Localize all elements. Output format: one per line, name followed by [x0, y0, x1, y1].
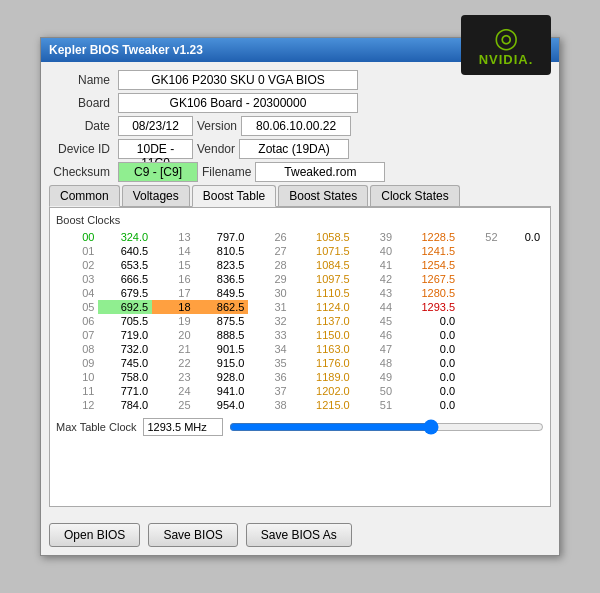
clock-cell[interactable]	[459, 258, 501, 272]
clock-cell[interactable]: 17	[152, 286, 194, 300]
clock-cell[interactable]: 732.0	[98, 342, 152, 356]
clock-cell[interactable]: 875.5	[195, 314, 249, 328]
clock-cell[interactable]: 692.5	[98, 300, 152, 314]
save-bios-button[interactable]: Save BIOS	[148, 523, 237, 547]
clock-cell[interactable]	[459, 328, 501, 342]
clock-cell[interactable]: 849.5	[195, 286, 249, 300]
clock-cell[interactable]	[459, 314, 501, 328]
clock-cell[interactable]	[459, 272, 501, 286]
clock-cell[interactable]	[502, 286, 544, 300]
clock-cell[interactable]: 1280.5	[396, 286, 459, 300]
clock-cell[interactable]: 08	[56, 342, 98, 356]
clock-cell[interactable]: 00	[56, 230, 98, 244]
clock-cell[interactable]: 771.0	[98, 384, 152, 398]
clock-cell[interactable]: 0.0	[396, 342, 459, 356]
clock-cell[interactable]: 719.0	[98, 328, 152, 342]
clock-cell[interactable]: 27	[248, 244, 290, 258]
clock-cell[interactable]: 0.0	[396, 370, 459, 384]
clock-cell[interactable]: 1137.0	[291, 314, 354, 328]
clock-cell[interactable]	[459, 342, 501, 356]
clock-cell[interactable]: 26	[248, 230, 290, 244]
clock-cell[interactable]	[459, 244, 501, 258]
clock-cell[interactable]: 52	[459, 230, 501, 244]
clock-cell[interactable]: 31	[248, 300, 290, 314]
clock-cell[interactable]: 42	[354, 272, 396, 286]
clock-cell[interactable]: 21	[152, 342, 194, 356]
clock-cell[interactable]: 07	[56, 328, 98, 342]
clock-cell[interactable]: 1097.5	[291, 272, 354, 286]
clock-cell[interactable]: 862.5	[195, 300, 249, 314]
clock-cell[interactable]: 823.5	[195, 258, 249, 272]
clock-cell[interactable]	[502, 314, 544, 328]
clock-cell[interactable]	[459, 356, 501, 370]
clock-cell[interactable]: 810.5	[195, 244, 249, 258]
clock-cell[interactable]: 28	[248, 258, 290, 272]
clock-cell[interactable]: 32	[248, 314, 290, 328]
clock-cell[interactable]: 12	[56, 398, 98, 412]
clock-cell[interactable]: 35	[248, 356, 290, 370]
clock-cell[interactable]: 1241.5	[396, 244, 459, 258]
clock-cell[interactable]: 0.0	[396, 328, 459, 342]
clock-cell[interactable]	[502, 398, 544, 412]
clock-cell[interactable]: 51	[354, 398, 396, 412]
clock-cell[interactable]: 47	[354, 342, 396, 356]
clock-cell[interactable]: 23	[152, 370, 194, 384]
clock-cell[interactable]: 0.0	[396, 384, 459, 398]
clock-cell[interactable]	[459, 370, 501, 384]
clock-cell[interactable]: 784.0	[98, 398, 152, 412]
clock-cell[interactable]: 653.5	[98, 258, 152, 272]
clock-cell[interactable]: 04	[56, 286, 98, 300]
clock-cell[interactable]: 40	[354, 244, 396, 258]
clock-cell[interactable]: 33	[248, 328, 290, 342]
clock-cell[interactable]: 43	[354, 286, 396, 300]
clock-cell[interactable]: 679.5	[98, 286, 152, 300]
clock-cell[interactable]: 1058.5	[291, 230, 354, 244]
clock-cell[interactable]: 901.5	[195, 342, 249, 356]
clock-cell[interactable]	[502, 370, 544, 384]
clock-cell[interactable]: 46	[354, 328, 396, 342]
clock-cell[interactable]: 34	[248, 342, 290, 356]
clock-cell[interactable]: 928.0	[195, 370, 249, 384]
clock-cell[interactable]: 1110.5	[291, 286, 354, 300]
clock-cell[interactable]: 640.5	[98, 244, 152, 258]
clock-cell[interactable]: 13	[152, 230, 194, 244]
clock-cell[interactable]: 30	[248, 286, 290, 300]
clock-cell[interactable]	[502, 258, 544, 272]
clock-cell[interactable]	[502, 328, 544, 342]
clock-cell[interactable]: 49	[354, 370, 396, 384]
clock-cell[interactable]: 324.0	[98, 230, 152, 244]
clock-cell[interactable]: 1071.5	[291, 244, 354, 258]
max-table-clock-slider[interactable]	[229, 419, 545, 435]
clock-cell[interactable]: 50	[354, 384, 396, 398]
clock-cell[interactable]: 745.0	[98, 356, 152, 370]
clock-cell[interactable]	[502, 300, 544, 314]
clock-cell[interactable]: 1215.0	[291, 398, 354, 412]
clock-cell[interactable]: 797.0	[195, 230, 249, 244]
clock-cell[interactable]: 0.0	[396, 314, 459, 328]
clock-cell[interactable]	[459, 300, 501, 314]
clock-cell[interactable]: 0.0	[396, 356, 459, 370]
tab-voltages[interactable]: Voltages	[122, 185, 190, 206]
clock-cell[interactable]: 1189.0	[291, 370, 354, 384]
clock-cell[interactable]	[459, 398, 501, 412]
clock-cell[interactable]: 0.0	[396, 398, 459, 412]
clock-cell[interactable]: 37	[248, 384, 290, 398]
clock-cell[interactable]: 16	[152, 272, 194, 286]
tab-boost-table[interactable]: Boost Table	[192, 185, 277, 207]
clock-cell[interactable]: 1124.0	[291, 300, 354, 314]
clock-cell[interactable]: 41	[354, 258, 396, 272]
clock-cell[interactable]: 38	[248, 398, 290, 412]
clock-cell[interactable]: 22	[152, 356, 194, 370]
clock-cell[interactable]: 15	[152, 258, 194, 272]
clock-cell[interactable]: 09	[56, 356, 98, 370]
clock-cell[interactable]: 03	[56, 272, 98, 286]
clock-cell[interactable]: 1293.5	[396, 300, 459, 314]
clock-cell[interactable]: 915.0	[195, 356, 249, 370]
clock-cell[interactable]	[459, 286, 501, 300]
clock-cell[interactable]: 48	[354, 356, 396, 370]
clock-cell[interactable]: 24	[152, 384, 194, 398]
clock-cell[interactable]	[502, 244, 544, 258]
save-bios-as-button[interactable]: Save BIOS As	[246, 523, 352, 547]
tab-common[interactable]: Common	[49, 185, 120, 207]
clock-cell[interactable]: 19	[152, 314, 194, 328]
